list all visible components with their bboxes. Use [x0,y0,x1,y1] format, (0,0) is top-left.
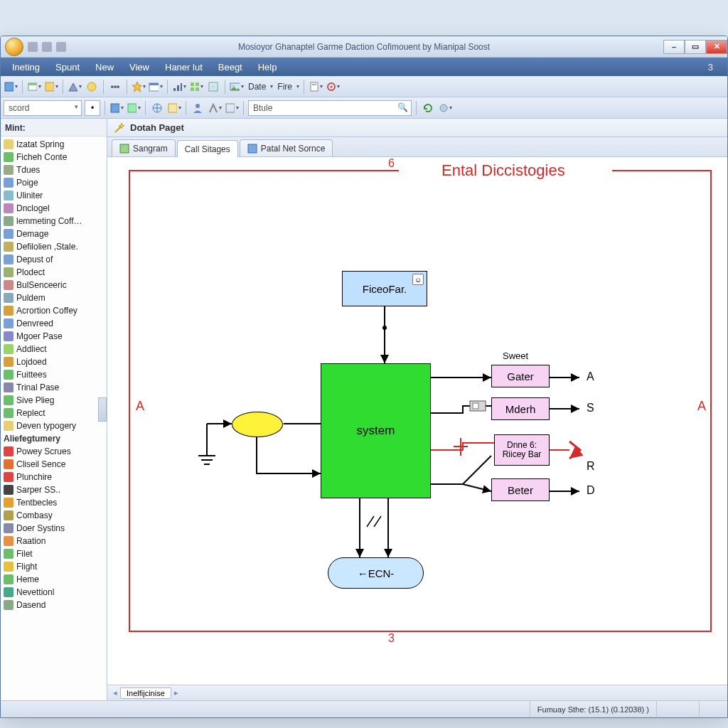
tool-globe-icon[interactable] [150,101,164,115]
tool-icon[interactable] [44,80,58,94]
tool-image-icon[interactable] [230,80,244,94]
block-system[interactable]: system [321,363,431,498]
tool-calendar-icon[interactable] [149,80,163,94]
qat-icon[interactable] [28,42,38,52]
tool-refresh-icon[interactable] [421,101,435,115]
tool-icon[interactable] [68,80,82,94]
tool-icon[interactable] [27,80,41,94]
app-orb-icon[interactable] [5,38,23,56]
toolbar-fire-label[interactable]: Fire [276,82,294,92]
sidebar-item[interactable]: Trinal Pase [4,381,107,394]
menu-haner[interactable]: Haner lut [158,60,210,75]
sidebar-item[interactable]: Depust of [4,253,107,266]
bottom-tab-item[interactable]: Inelfijcinise [120,687,171,699]
menu-beegt[interactable]: Beegt [211,60,250,75]
search-input[interactable]: Btule 🔍 [248,100,412,116]
sidebar-item[interactable]: Powey Scrues [4,445,107,458]
minimize-button[interactable]: – [663,40,685,54]
sheet-nav-icon[interactable]: ◂ [113,688,117,697]
tool-dots-icon[interactable]: ••• [108,80,122,94]
sidebar-item[interactable]: Sive Plieg [4,394,107,407]
tab-patal-net[interactable]: Patal Net Sornce [240,139,333,156]
tool-icon[interactable] [109,101,124,115]
sidebar-item[interactable]: Heme [4,573,107,586]
sidebar-item[interactable]: Poige [4,176,107,189]
tool-icon[interactable] [438,101,452,115]
svg-rect-3 [46,82,54,91]
tool-icon[interactable] [127,101,141,115]
tool-icon[interactable] [225,101,239,115]
sidebar-item[interactable]: Lojdoed [4,355,107,368]
tool-icon[interactable] [167,101,181,115]
tool-icon[interactable] [85,80,99,94]
tool-star-icon[interactable] [132,80,146,94]
sidebar-item-label: Mgoer Pase [16,331,63,341]
block-mderh[interactable]: Mderh [491,397,550,420]
tab-call-stages[interactable]: Call Sitages [177,140,238,157]
tool-icon[interactable] [4,80,18,94]
sidebar-item[interactable]: Replect [4,407,107,419]
sidebar-item[interactable]: Cliseil Sence [4,458,107,471]
close-button[interactable]: ✕ [706,40,727,54]
sidebar-item[interactable]: Acrortion Coffey [4,304,107,317]
toolbar-date-label[interactable]: Date [247,82,267,92]
sidebar-item[interactable]: Denvreed [4,317,107,330]
block-beter[interactable]: Beter [491,478,550,501]
block-gater[interactable]: Gater [491,365,550,387]
tool-gear-icon[interactable] [326,80,340,94]
combo-go-button[interactable]: • [85,100,100,116]
svg-rect-12 [191,87,194,91]
menu-new[interactable]: New [88,60,121,75]
block-ficeofar[interactable]: FiceoFar. ☺ [342,271,427,306]
diagram-canvas[interactable]: Ental Diccistogies 6 3 A A [107,157,727,685]
sidebar-item[interactable]: Defilolien ,Stale. [4,240,107,253]
sidebar-item[interactable]: lemmeting Coff… [4,215,107,228]
tool-icon[interactable] [208,101,222,115]
sidebar-item[interactable]: Deven typogery [4,419,107,432]
tool-grid-icon[interactable] [189,80,203,94]
block-dnne[interactable]: Dnne 6: Riicey Bar [494,434,550,466]
sidebar-group[interactable]: Aliefegtumery [4,432,107,445]
sidebar-item[interactable]: Nevettionl [4,586,107,599]
sidebar-item[interactable]: Puldem [4,291,107,304]
item-icon [4,255,14,264]
sidebar-item[interactable]: Raation [4,535,107,547]
sidebar-item[interactable]: Combasy [4,509,107,522]
sidebar-item[interactable]: Tentbecles [4,496,107,509]
menu-spunt[interactable]: Spunt [48,60,87,75]
tool-icon[interactable] [309,80,323,94]
maximize-button[interactable]: ▭ [685,40,706,54]
qat-icon[interactable] [42,42,52,52]
sidebar-item[interactable]: Dnclogel [4,202,107,215]
qat-icon[interactable] [56,42,66,52]
tool-chart-icon[interactable] [172,80,186,94]
tool-person-icon[interactable] [191,101,205,115]
sidebar-item[interactable]: Mgoer Pase [4,330,107,343]
menu-ineting[interactable]: Ineting [5,60,47,75]
sidebar-item[interactable]: BulSenceeric [4,279,107,291]
record-combo[interactable]: scord [4,100,82,116]
sidebar-item[interactable]: Doer Systins [4,522,107,535]
sidebar-item[interactable]: Fuittees [4,368,107,381]
sidebar-item[interactable]: Izatat Spring [4,138,107,151]
sidebar-item[interactable]: Sarper SS.. [4,483,107,496]
sidebar-item[interactable]: Ficheh Conte [4,151,107,164]
sidebar-tree[interactable]: Izatat SpringFicheh ConteTduesPoigeUlini… [1,136,107,700]
menu-view[interactable]: View [122,60,156,75]
block-yellow-oval[interactable] [232,412,283,437]
sidebar-item[interactable]: Dasend [4,599,107,611]
sidebar-item[interactable]: Flight [4,560,107,573]
block-ecn[interactable]: ←ECN- [328,557,424,589]
menu-help[interactable]: Help [251,60,284,75]
sidebar-item[interactable]: Addliect [4,343,107,355]
sheet-nav-icon[interactable]: ▸ [174,688,178,697]
sidebar-item[interactable]: Uliniter [4,189,107,202]
sidebar-item[interactable]: Demage [4,228,107,240]
sidebar-item[interactable]: Tdues [4,164,107,176]
tab-sangram[interactable]: Sangram [112,139,176,156]
search-icon[interactable]: 🔍 [397,102,408,112]
sidebar-item[interactable]: Plodect [4,266,107,279]
tool-icon[interactable] [206,80,220,94]
sidebar-item[interactable]: Plunchire [4,471,107,483]
sidebar-item[interactable]: Filet [4,547,107,560]
